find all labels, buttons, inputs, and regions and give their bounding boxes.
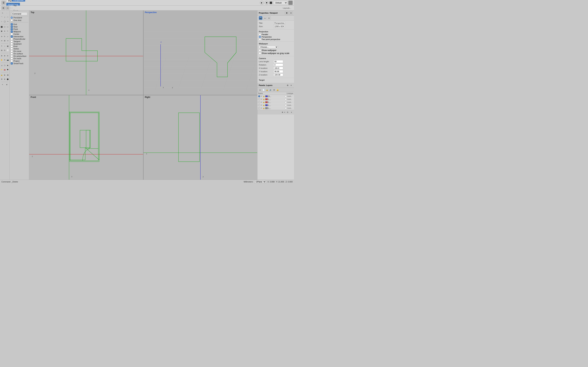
layers-icon-4[interactable]: 🔊: [269, 88, 272, 92]
text-icon[interactable]: T: [0, 44, 3, 48]
select-icon[interactable]: ↖: [1, 11, 5, 15]
cylinder-icon[interactable]: ⬭: [7, 25, 9, 29]
layers-settings-icon[interactable]: ⚙: [286, 84, 289, 87]
show-wallpaper-checkbox[interactable]: [259, 49, 261, 51]
snap-checkbox-center[interactable]: [11, 33, 13, 35]
layer-row-1[interactable]: 👁🔒L...Conti...: [257, 98, 294, 101]
mirror-icon[interactable]: ⇔: [0, 39, 3, 43]
layer-lock-3[interactable]: 🔒: [263, 104, 265, 106]
snap-checkbox-perpendicular[interactable]: [11, 38, 13, 40]
layer-eye-3[interactable]: 👁: [261, 104, 262, 106]
rect-type-icon[interactable]: ▭: [263, 16, 267, 20]
layer-eye-2[interactable]: 👁: [261, 101, 262, 103]
pie-icon[interactable]: ◑: [7, 73, 9, 77]
grid-icon[interactable]: ⊞: [0, 48, 3, 52]
circle-icon[interactable]: ○: [0, 20, 3, 23]
layout-icon[interactable]: ⬜: [7, 48, 9, 52]
trim-icon[interactable]: ✂: [7, 29, 9, 33]
snap-checkbox-smarttrack[interactable]: [11, 62, 13, 65]
layer-linetype-radio-3[interactable]: [285, 104, 287, 106]
layers-icon-6[interactable]: 🔔: [276, 88, 279, 92]
snap-checkbox-on-curve[interactable]: [11, 50, 13, 52]
lock-icon[interactable]: 🔒: [0, 73, 3, 77]
car-icon[interactable]: 🚗: [3, 68, 6, 71]
viewport-perspective[interactable]: Perspective: [144, 10, 257, 95]
sidebar-toggle-button[interactable]: ☰: [1, 1, 6, 5]
ring-icon[interactable]: ⬤: [7, 77, 9, 81]
record-button[interactable]: ⏺: [265, 1, 269, 5]
wallpaper-choose-select[interactable]: Choose...: [259, 45, 278, 49]
zoom-out-icon[interactable]: ⊖: [7, 54, 9, 58]
uv-icon[interactable]: ⬢: [7, 68, 9, 71]
pan-icon[interactable]: ✋: [0, 58, 3, 62]
snap-checkbox-vertex[interactable]: [11, 48, 13, 50]
snap-checkbox-quadrant[interactable]: [11, 43, 13, 45]
layer-linetype-radio-1[interactable]: [285, 98, 287, 100]
hatch-icon[interactable]: ▦: [7, 44, 9, 48]
snap-checkbox-point[interactable]: [11, 28, 13, 30]
default-dropdown[interactable]: Default: [273, 1, 287, 5]
layer-lock-4[interactable]: 🔒: [263, 107, 265, 109]
camera-icon[interactable]: 📷: [7, 58, 9, 62]
layer-row-3[interactable]: 👁🔒L...Conti...: [257, 104, 294, 107]
snap-checkbox-on-surface[interactable]: [11, 53, 13, 55]
layer-row-2[interactable]: 👁🔒L...Conti...: [257, 101, 294, 104]
render-icon[interactable]: ◉: [7, 63, 9, 67]
settings-icon[interactable]: ⚙: [0, 77, 3, 81]
zoom-extent-icon[interactable]: ⊕: [0, 54, 3, 58]
vp-tab-perspective[interactable]: Perspective: [12, 0, 25, 1]
snap-checkbox-near[interactable]: [11, 26, 13, 28]
rotate-icon[interactable]: ↻: [3, 35, 6, 38]
array-icon[interactable]: ⊞: [3, 39, 6, 43]
rotate-view-icon[interactable]: ⟳: [3, 58, 6, 62]
analyze-icon[interactable]: ⊿: [0, 63, 3, 67]
snap-checkbox-midpoint[interactable]: [11, 31, 13, 33]
snap-checkbox-end[interactable]: [11, 23, 13, 25]
curve-icon[interactable]: ⌒: [0, 15, 3, 19]
cplane-select[interactable]: CPlane: [254, 180, 266, 183]
camera-type-icon[interactable]: 📷: [259, 16, 262, 20]
snap-checkbox-project[interactable]: [11, 60, 13, 62]
layer-row-0[interactable]: 👁🔒D...Conti...: [257, 95, 294, 98]
surface-icon[interactable]: ⬛: [0, 25, 3, 29]
ring-type-icon[interactable]: ⊙: [267, 16, 271, 20]
layer-eye-0[interactable]: 👁: [261, 95, 262, 97]
lens-length-input[interactable]: 50: [274, 60, 283, 63]
move-icon[interactable]: ✛: [0, 35, 3, 38]
layer-linetype-radio-0[interactable]: [285, 95, 287, 97]
arc-icon[interactable]: ◠: [7, 15, 9, 19]
viewport-right[interactable]: Right z y: [144, 95, 257, 180]
viewport-top[interactable]: Top y x: [29, 10, 143, 95]
one-shot-radio[interactable]: [11, 19, 13, 21]
cursor-mode-icon[interactable]: ↖: [1, 83, 5, 86]
vp-tab-top[interactable]: Top: [12, 4, 25, 7]
layer-row-4[interactable]: 👁🔒L...Conti...: [257, 107, 294, 110]
polyline-icon[interactable]: ⌇: [3, 15, 6, 19]
transform-icon[interactable]: ⊕: [5, 83, 9, 86]
snap-checkbox-tangent[interactable]: [11, 40, 13, 42]
properties-settings-icon[interactable]: ⚙: [285, 11, 288, 15]
snap-icon[interactable]: ⊡: [3, 48, 6, 52]
zoom-in-icon[interactable]: ⊕: [3, 54, 6, 58]
layers-icon-1[interactable]: ◈: [259, 88, 262, 92]
dot-icon[interactable]: ⊚: [3, 77, 6, 81]
dim-icon[interactable]: ↔: [3, 44, 6, 48]
mesh-icon[interactable]: ⬡: [3, 63, 6, 67]
layers-icon-3[interactable]: 🔒: [266, 88, 269, 92]
two-point-radio[interactable]: [259, 38, 261, 40]
add-layer-button[interactable]: +: [282, 111, 283, 114]
parallel-radio[interactable]: [259, 33, 261, 35]
play-button[interactable]: ▶: [260, 1, 264, 5]
y-location-input[interactable]: 98.88: [274, 70, 283, 73]
layers-more-icon[interactable]: ▾: [290, 111, 293, 114]
perspective-radio[interactable]: [259, 36, 261, 38]
layers-icon-5[interactable]: 🖥: [272, 88, 276, 92]
expand-button[interactable]: [288, 1, 293, 5]
snap-checkbox-on-polysurface[interactable]: [11, 55, 13, 57]
offset-icon[interactable]: ⇥: [7, 39, 9, 43]
bolt-icon[interactable]: ⚡: [0, 68, 3, 71]
persistent-radio[interactable]: [11, 17, 13, 19]
snap-checkbox-intersection[interactable]: [11, 35, 13, 38]
show-wallpaper-gray-checkbox[interactable]: [259, 52, 261, 54]
stop-button[interactable]: [270, 1, 272, 4]
